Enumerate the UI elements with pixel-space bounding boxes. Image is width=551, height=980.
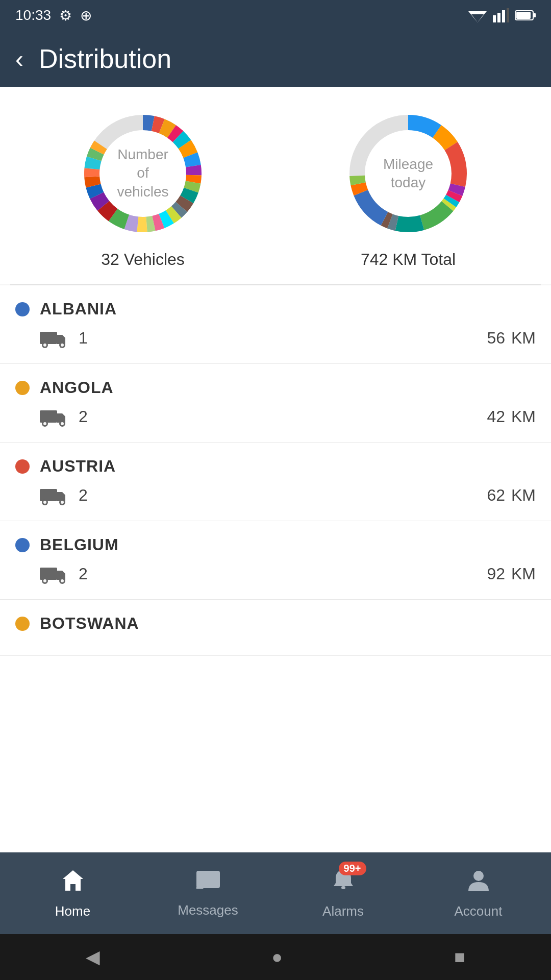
account-icon [466, 868, 491, 899]
country-name-albania: ALBANIA [40, 300, 117, 318]
messages-icon [195, 869, 221, 898]
country-dot-angola [15, 381, 30, 395]
country-name-belgium: BELGIUM [40, 535, 119, 554]
android-nav: ◀ ● ■ [0, 934, 551, 980]
svg-rect-61 [40, 410, 57, 423]
nav-messages-label: Messages [178, 902, 238, 918]
mileage-info-albania: 56 KM [487, 329, 536, 348]
mileage-info-austria: 62 KM [487, 486, 536, 505]
country-header-belgium: BELGIUM [15, 535, 536, 554]
settings-icon: ⚙ [59, 7, 72, 24]
vehicles-donut: Number of vehicles [77, 107, 209, 240]
vehicles-label: 32 Vehicles [101, 250, 185, 269]
back-button[interactable]: ‹ [15, 45, 23, 73]
svg-rect-9 [516, 12, 531, 19]
country-details-austria: 2 62 KM [15, 484, 536, 506]
mileage-unit-albania: KM [511, 329, 536, 348]
nav-messages[interactable]: Messages [162, 869, 254, 918]
svg-point-39 [101, 132, 185, 215]
svg-point-80 [473, 871, 484, 881]
svg-marker-76 [63, 870, 83, 891]
svg-point-64 [43, 422, 46, 425]
mileage-label: 742 KM Total [361, 250, 456, 269]
truck-icon [40, 405, 68, 428]
country-header-angola: ANGOLA [15, 378, 536, 397]
nav-account-label: Account [455, 903, 503, 919]
svg-rect-71 [40, 568, 57, 580]
vehicle-count-austria: 2 [79, 486, 88, 505]
android-back[interactable]: ◀ [86, 946, 100, 968]
page-title: Distribution [39, 43, 171, 74]
country-dot-albania [15, 302, 30, 316]
vehicles-chart: Number of vehicles 32 Vehicles [77, 107, 209, 269]
mileage-donut: Mileage today [342, 107, 474, 240]
country-header-botswana: BOTSWANA [15, 614, 536, 633]
country-details-albania: 1 56 KM [15, 327, 536, 349]
country-header-albania: ALBANIA [15, 300, 536, 318]
list-item: BELGIUM 2 92 KM [0, 521, 551, 600]
country-dot-austria [15, 459, 30, 474]
header: ‹ Distribution [0, 31, 551, 87]
home-icon [60, 868, 86, 899]
mileage-info-belgium: 92 KM [487, 565, 536, 583]
mileage-unit-belgium: KM [511, 565, 536, 583]
vehicle-info-belgium: 2 [40, 562, 88, 585]
svg-rect-6 [507, 8, 509, 22]
nav-home-label: Home [55, 903, 90, 919]
list-item: AUSTRIA 2 62 KM [0, 443, 551, 521]
android-recent[interactable]: ■ [454, 946, 465, 968]
signal-icon [493, 8, 509, 22]
country-details-belgium: 2 92 KM [15, 562, 536, 585]
svg-point-70 [61, 501, 64, 504]
nav-account[interactable]: Account [433, 868, 524, 919]
vehicle-count-albania: 1 [79, 329, 88, 348]
svg-point-60 [61, 344, 64, 347]
svg-point-55 [366, 132, 450, 215]
wifi-icon [468, 8, 487, 22]
vehicle-info-angola: 2 [40, 405, 88, 428]
bottom-nav: Home Messages 99+ Alarms [0, 852, 551, 934]
mileage-chart: Mileage today 742 KM Total [342, 107, 474, 269]
mileage-value-angola: 42 [487, 407, 505, 426]
svg-point-65 [61, 422, 64, 425]
vehicles-donut-svg [77, 107, 209, 240]
country-dot-botswana [15, 617, 30, 631]
svg-rect-5 [502, 10, 505, 22]
svg-rect-66 [40, 489, 57, 501]
at-icon: ⊕ [80, 7, 92, 24]
svg-point-69 [43, 501, 46, 504]
nav-alarms[interactable]: 99+ Alarms [297, 868, 389, 919]
svg-point-59 [43, 344, 46, 347]
truck-icon [40, 562, 68, 585]
list-item: ANGOLA 2 42 KM [0, 364, 551, 443]
battery-icon [515, 10, 536, 21]
country-name-austria: AUSTRIA [40, 457, 116, 476]
vehicle-count-belgium: 2 [79, 565, 88, 583]
mileage-value-albania: 56 [487, 329, 505, 348]
alarm-wrapper: 99+ [331, 868, 356, 899]
android-home[interactable]: ● [271, 946, 283, 968]
truck-icon [40, 327, 68, 349]
country-header-austria: AUSTRIA [15, 457, 536, 476]
list-item: BOTSWANA [0, 600, 551, 656]
vehicle-info-albania: 1 [40, 327, 88, 349]
country-list: ALBANIA 1 56 KM ANGOLA [0, 285, 551, 852]
mileage-value-belgium: 92 [487, 565, 505, 583]
alarm-badge: 99+ [339, 862, 366, 875]
vehicle-count-angola: 2 [79, 407, 88, 426]
svg-rect-56 [40, 332, 57, 344]
svg-rect-8 [534, 13, 536, 17]
svg-point-74 [43, 579, 46, 582]
country-name-botswana: BOTSWANA [40, 614, 139, 633]
nav-home[interactable]: Home [27, 868, 119, 919]
country-dot-belgium [15, 538, 30, 552]
svg-marker-2 [474, 17, 481, 22]
mileage-unit-angola: KM [511, 407, 536, 426]
mileage-value-austria: 62 [487, 486, 505, 505]
country-name-angola: ANGOLA [40, 378, 114, 397]
charts-section: Number of vehicles 32 Vehicles [0, 87, 551, 284]
nav-alarms-label: Alarms [322, 903, 364, 919]
list-item: ALBANIA 1 56 KM [0, 285, 551, 364]
mileage-unit-austria: KM [511, 486, 536, 505]
truck-icon [40, 484, 68, 506]
